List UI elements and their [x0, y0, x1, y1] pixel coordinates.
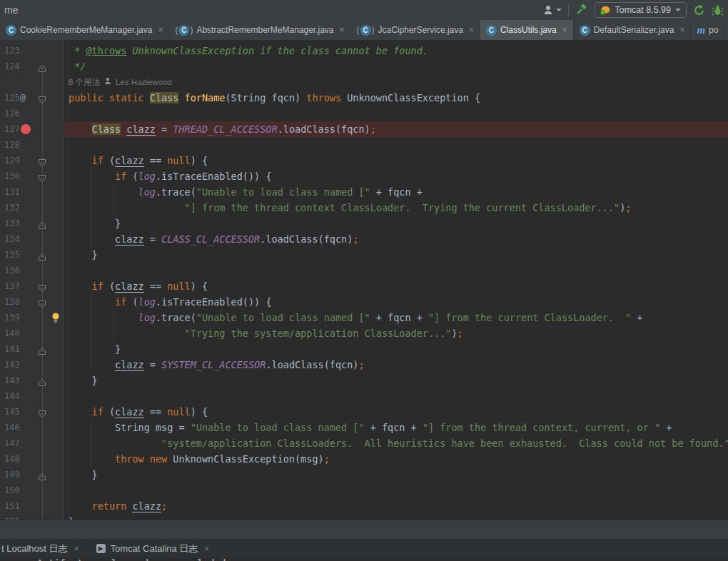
line-number: 130: [4, 168, 20, 184]
editor-tab-abstractremembermemanager-java[interactable]: (C)AbstractRememberMeManager.java×: [169, 20, 350, 40]
code-text[interactable]: "] from the thread context ClassLoader. …: [64, 200, 728, 216]
code-text[interactable]: [64, 137, 728, 153]
build-project-button[interactable]: [575, 4, 588, 16]
line-number: 126: [4, 106, 20, 121]
code-line: 8 个用法Les Hazlewood: [0, 74, 728, 90]
code-text[interactable]: return clazz;: [64, 498, 728, 514]
code-text[interactable]: }: [64, 467, 728, 482]
fold-start-icon[interactable]: [38, 94, 46, 109]
fold-start-icon[interactable]: [38, 298, 46, 313]
code-text[interactable]: log.trace("Unable to load class named ["…: [64, 310, 728, 325]
code-editor[interactable]: 122 * @return the located class123 * @th…: [0, 40, 728, 520]
code-text[interactable]: Class clazz = THREAD_CL_ACCESSOR.loadCla…: [64, 121, 728, 137]
line-number: 141: [4, 341, 20, 357]
breakpoint-icon[interactable]: [21, 124, 31, 134]
fold-start-icon[interactable]: [38, 408, 46, 423]
tab-label: CookieRememberMeManager.java: [20, 25, 152, 35]
code-text[interactable]: }: [64, 373, 728, 388]
line-number: 149: [4, 467, 20, 482]
debug-button[interactable]: [712, 4, 724, 16]
close-icon[interactable]: ×: [204, 544, 209, 554]
code-line: 145 if (clazz == null) {: [0, 404, 728, 420]
user-menu-button[interactable]: [542, 4, 562, 16]
code-text[interactable]: "Trying the system/application ClassLoad…: [64, 325, 728, 341]
gutter: 142: [0, 357, 64, 373]
tomcat-icon: [600, 5, 610, 15]
code-text[interactable]: throw new UnknownClassException(msg);: [64, 451, 728, 467]
toolwindow-tab-t-localhost-[interactable]: t Localhost 日志×: [0, 539, 88, 558]
code-text[interactable]: */: [64, 59, 728, 74]
annotation-gutter-icon: @: [20, 90, 26, 106]
tab-label: JcaCipherService.java: [378, 25, 463, 35]
gutter: 151: [0, 498, 64, 514]
toolwindow-tab-tomcat-catalina-[interactable]: ▶Tomcat Catalina 日志×: [88, 539, 218, 558]
code-text[interactable]: }: [64, 341, 728, 357]
fold-end-icon[interactable]: [38, 219, 46, 235]
code-text[interactable]: if (clazz == null) {: [64, 153, 728, 168]
code-text[interactable]: "system/application ClassLoaders. All he…: [64, 435, 728, 451]
code-text[interactable]: [64, 482, 728, 498]
fold-end-icon[interactable]: [38, 345, 46, 360]
close-icon[interactable]: ×: [158, 25, 163, 35]
code-text[interactable]: }: [64, 247, 728, 263]
gutter: 145: [0, 404, 64, 420]
author-inlay-hint[interactable]: Les Hazlewood: [116, 74, 172, 90]
fold-end-icon[interactable]: [38, 470, 46, 486]
close-icon[interactable]: ×: [74, 544, 79, 554]
line-number: 145: [4, 404, 20, 420]
code-text[interactable]: }: [64, 514, 728, 520]
close-icon[interactable]: ×: [679, 25, 684, 35]
code-text[interactable]: clazz = CLASS_CL_ACCESSOR.loadClass(fqcn…: [64, 231, 728, 247]
editor-tab-cookieremembermemanager-java[interactable]: CCookieRememberMeManager.java×: [0, 20, 169, 40]
fold-end-icon[interactable]: [38, 376, 46, 392]
editor-tab-defaultserializer-java[interactable]: CDefaultSerializer.java×: [574, 20, 692, 40]
editor-tab-jcacipherservice-java[interactable]: (C)JcaCipherService.java×: [351, 20, 480, 40]
rerun-button[interactable]: [693, 4, 705, 16]
line-number: 127: [4, 121, 20, 137]
user-icon: [542, 4, 554, 16]
fold-start-icon[interactable]: [38, 282, 46, 298]
editor-tab-po[interactable]: mpo: [691, 20, 724, 40]
code-line: 150: [0, 482, 728, 498]
code-text[interactable]: String msg = "Unable to load class named…: [64, 420, 728, 435]
code-text[interactable]: if (log.isTraceEnabled()) {: [64, 294, 728, 310]
fold-end-icon[interactable]: [38, 62, 46, 78]
close-icon[interactable]: ×: [562, 25, 567, 35]
code-text[interactable]: if (clazz == null) {: [64, 278, 728, 294]
code-text[interactable]: clazz = SYSTEM_CL_ACCESSOR.loadClass(fqc…: [64, 357, 728, 373]
run-config-selector[interactable]: Tomcat 8.5.99: [595, 2, 687, 18]
line-number: 143: [4, 373, 20, 388]
code-text[interactable]: if (log.isTraceEnabled()) {: [64, 168, 728, 184]
close-icon[interactable]: ×: [340, 25, 345, 35]
gutter: 132: [0, 200, 64, 216]
gutter: 144: [0, 388, 64, 404]
line-number: 139: [4, 310, 20, 325]
toolwindow-tab-label: Tomcat Catalina 日志: [111, 542, 198, 555]
line-number: 132: [4, 200, 20, 216]
usages-inlay-hint[interactable]: 8 个用法: [69, 74, 100, 90]
fold-start-icon[interactable]: [38, 156, 46, 172]
code-text[interactable]: [64, 263, 728, 278]
fold-start-icon[interactable]: [38, 172, 46, 188]
code-text[interactable]: }: [64, 216, 728, 231]
code-text[interactable]: if (clazz == null) {: [64, 404, 728, 420]
library-class-icon: (C): [357, 25, 375, 36]
code-text[interactable]: [64, 106, 728, 121]
gutter: 149: [0, 467, 64, 482]
close-icon[interactable]: ×: [469, 25, 474, 35]
gutter: [0, 74, 64, 90]
code-text[interactable]: 8 个用法Les Hazlewood: [64, 74, 728, 90]
gutter: 124: [0, 59, 64, 74]
code-line: 142 clazz = SYSTEM_CL_ACCESSOR.loadClass…: [0, 357, 728, 373]
code-line: 147 "system/application ClassLoaders. Al…: [0, 435, 728, 451]
fold-end-icon[interactable]: [38, 251, 46, 266]
line-number: 137: [4, 278, 20, 294]
code-lines: 122 * @return the located class123 * @th…: [0, 40, 728, 520]
editor-tab-classutils-java[interactable]: CClassUtils.java×: [480, 20, 574, 40]
intention-bulb-icon[interactable]: [51, 312, 61, 328]
code-text[interactable]: * @throws UnknownClassException if the c…: [64, 43, 728, 59]
code-text[interactable]: log.trace("Unable to load class named ["…: [64, 184, 728, 200]
code-text[interactable]: [64, 388, 728, 404]
code-text[interactable]: public static Class forName(String fqcn)…: [64, 90, 728, 106]
gutter: 152: [0, 514, 64, 520]
